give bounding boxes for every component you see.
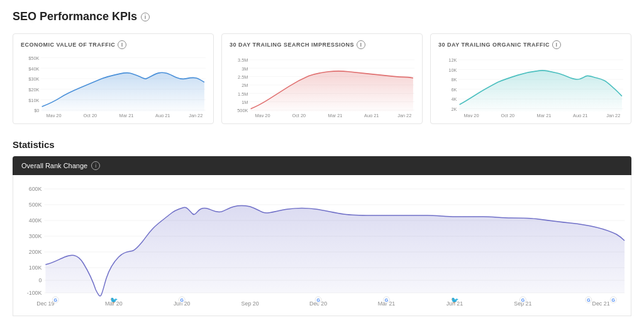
kpi-info-icon-search-impressions[interactable]: i	[357, 40, 365, 49]
svg-text:Jan 22: Jan 22	[606, 113, 620, 117]
svg-text:$40K: $40K	[28, 66, 39, 71]
rank-change-info-icon[interactable]: i	[91, 161, 100, 170]
kpi-chart-organic-traffic: 12K 10K 8K 6K 4K 2K May 20 Oct 20 Mar 21…	[438, 54, 623, 117]
svg-text:G: G	[587, 298, 590, 302]
svg-text:1.5M: 1.5M	[238, 91, 248, 96]
svg-text:$50K: $50K	[28, 55, 39, 61]
svg-text:10K: 10K	[448, 67, 457, 73]
svg-text:Mar 21: Mar 21	[119, 113, 134, 117]
svg-text:Jan 22: Jan 22	[397, 113, 411, 117]
svg-text:100K: 100K	[29, 265, 42, 271]
svg-text:400K: 400K	[29, 217, 42, 224]
svg-text:Dec 19: Dec 19	[36, 300, 54, 307]
svg-text:Oct 20: Oct 20	[292, 113, 306, 117]
svg-text:G: G	[612, 298, 615, 302]
svg-text:Aug 21: Aug 21	[155, 113, 170, 117]
kpi-card-economic-value: ECONOMIC VALUE OF TRAFFIC i $50	[13, 33, 214, 124]
statistics-title: Statistics	[13, 139, 631, 150]
svg-text:6K: 6K	[451, 87, 457, 93]
svg-text:G: G	[180, 298, 184, 302]
svg-text:Aug 21: Aug 21	[364, 113, 379, 117]
kpi-title-organic-traffic: 30 DAY TRAILING ORGANIC TRAFFIC i	[438, 40, 623, 49]
svg-text:2.5M: 2.5M	[238, 74, 248, 80]
svg-text:3.5M: 3.5M	[238, 57, 248, 63]
svg-text:G: G	[53, 298, 57, 302]
svg-text:Oct 20: Oct 20	[83, 113, 97, 117]
rank-change-label: Overall Rank Change	[21, 162, 87, 169]
svg-text:500K: 500K	[237, 108, 248, 113]
kpi-info-icon-economic-value[interactable]: i	[118, 40, 126, 49]
svg-text:May 20: May 20	[46, 113, 61, 117]
svg-text:G: G	[521, 298, 525, 302]
page-title-text: SEO Performance KPIs	[13, 10, 137, 23]
main-chart-container: 600K 500K 400K 300K 200K 100K 0 -100K De…	[13, 175, 631, 316]
svg-text:2K: 2K	[451, 106, 457, 112]
rank-change-header: Overall Rank Change i	[13, 156, 631, 175]
svg-text:$20K: $20K	[28, 87, 39, 93]
svg-text:G: G	[316, 298, 319, 302]
svg-text:12K: 12K	[448, 57, 457, 63]
kpi-info-icon-organic-traffic[interactable]: i	[552, 40, 561, 49]
svg-text:$10K: $10K	[28, 97, 39, 103]
svg-text:600K: 600K	[29, 186, 42, 192]
svg-text:G: G	[385, 298, 388, 302]
svg-text:Aug 21: Aug 21	[573, 113, 587, 117]
svg-text:3M: 3M	[242, 66, 248, 71]
svg-text:1M: 1M	[242, 100, 248, 105]
kpi-card-search-impressions: 30 DAY TRAILING SEARCH IMPRESSIONS i 3.5	[221, 33, 423, 124]
svg-text:Jan 22: Jan 22	[189, 113, 203, 117]
kpi-chart-search-impressions: 3.5M 3M 2.5M 2M 1.5M 1M 500K May 20 Oct …	[230, 54, 414, 117]
svg-text:4K: 4K	[451, 96, 457, 102]
svg-text:Sep 20: Sep 20	[242, 300, 259, 307]
statistics-section: Statistics Overall Rank Change i 600K	[13, 139, 631, 316]
kpi-chart-economic-value: $50K $40K $30K $20K $10K $0 May 20 Oct 2…	[21, 54, 206, 117]
kpi-title-economic-value: ECONOMIC VALUE OF TRAFFIC i	[21, 40, 206, 49]
svg-text:200K: 200K	[29, 249, 42, 255]
kpi-card-organic-traffic: 30 DAY TRAILING ORGANIC TRAFFIC i 12K 10…	[430, 33, 631, 124]
svg-text:May 20: May 20	[464, 113, 479, 117]
svg-text:8K: 8K	[451, 77, 457, 83]
svg-text:May 20: May 20	[255, 113, 270, 117]
rank-change-chart: 600K 500K 400K 300K 200K 100K 0 -100K De…	[18, 183, 626, 309]
kpi-grid: ECONOMIC VALUE OF TRAFFIC i $50	[13, 33, 631, 124]
svg-text:Dec 21: Dec 21	[592, 300, 610, 307]
page-title: SEO Performance KPIs i	[13, 10, 631, 23]
kpi-title-search-impressions: 30 DAY TRAILING SEARCH IMPRESSIONS i	[230, 40, 414, 49]
svg-text:0: 0	[39, 277, 42, 283]
svg-text:$0: $0	[34, 108, 39, 113]
page-title-info-icon[interactable]: i	[141, 13, 150, 21]
svg-text:Oct 20: Oct 20	[501, 113, 514, 117]
svg-text:🐦: 🐦	[451, 296, 459, 304]
svg-text:500K: 500K	[29, 202, 42, 208]
svg-text:🐦: 🐦	[110, 296, 118, 304]
svg-text:$30K: $30K	[28, 76, 39, 82]
svg-text:Mar 21: Mar 21	[328, 113, 343, 117]
svg-text:-100K: -100K	[27, 290, 42, 296]
svg-text:Mar 21: Mar 21	[537, 113, 552, 117]
svg-text:300K: 300K	[29, 233, 42, 239]
svg-text:2M: 2M	[242, 83, 248, 88]
